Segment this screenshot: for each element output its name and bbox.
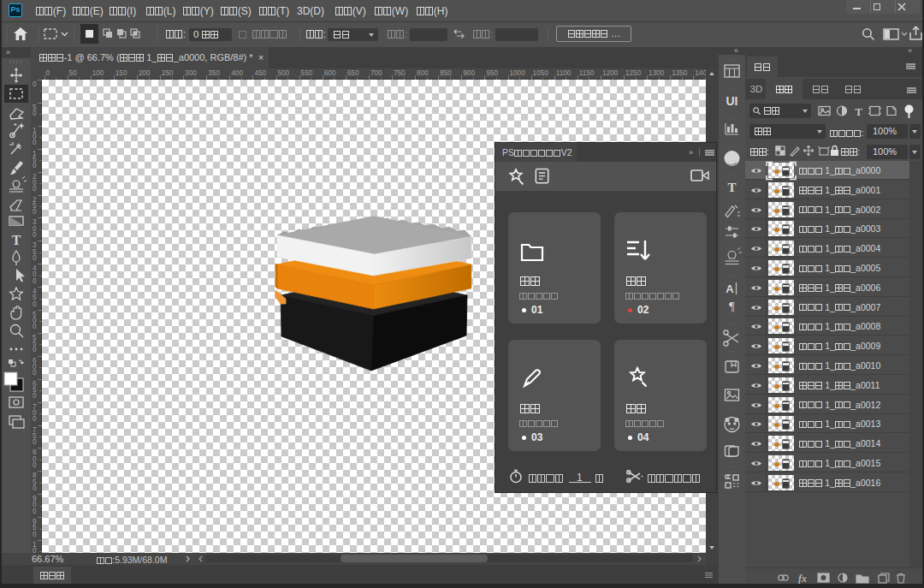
svg-text:¶: ¶ <box>729 300 735 313</box>
svg-text:A: A <box>726 282 734 295</box>
svg-text:T: T <box>855 105 862 118</box>
svg-text:T: T <box>12 233 21 247</box>
svg-text:T: T <box>727 181 736 194</box>
svg-text:fx: fx <box>798 573 807 585</box>
svg-text:UI: UI <box>726 94 738 108</box>
